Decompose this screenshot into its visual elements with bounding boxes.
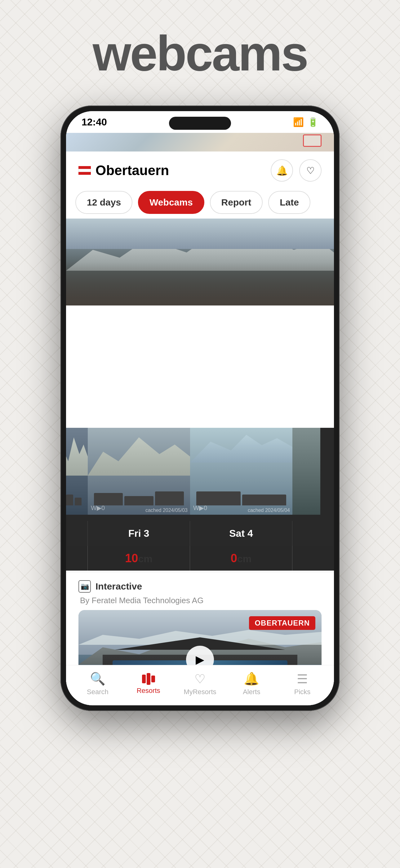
nav-search-label: Search (87, 688, 108, 696)
page-title: webcams (0, 25, 400, 82)
snow-cell-1: 10cm (88, 546, 190, 570)
section-title-1: Interactive (96, 581, 142, 592)
nav-search[interactable]: 🔍 Search (82, 672, 113, 696)
nav-resorts-label: Resorts (137, 687, 160, 695)
nav-alerts[interactable]: 🔔 Alerts (236, 672, 267, 696)
snow-value-2: 0cm (231, 552, 252, 565)
cached-label-2: cached 2024/05/04 (248, 507, 290, 513)
thumb-buildings-0 (66, 479, 81, 505)
snow-cell-2: 0cm (190, 546, 292, 570)
favorite-button[interactable]: ♡ (299, 159, 322, 182)
camera-icon: 📷 (80, 582, 89, 590)
status-time: 12:40 (81, 116, 107, 128)
notification-button[interactable]: 🔔 (271, 159, 293, 182)
header-map (66, 133, 334, 152)
obertauern-badge: OBERTAUERN (249, 616, 315, 630)
nav-alerts-label: Alerts (243, 688, 260, 696)
section-subtitle-1: By Feratel Media Technologies AG (78, 596, 322, 606)
flag-middle (78, 169, 91, 172)
date-cell-2: Sat 4 (190, 521, 292, 546)
tab-report[interactable]: Report (210, 191, 263, 214)
webcam-date-row: Fri 3 Sat 4 3 (66, 521, 334, 546)
wifi-icon: 📶 (293, 117, 304, 127)
mountain-gradient (66, 262, 334, 306)
tab-webcams[interactable]: Webcams (138, 191, 204, 214)
date-cell-0 (66, 521, 88, 546)
webcam-thumbnails-row: W▶0 cached 2024/05/03 W▶0 cached 2024/05… (66, 428, 334, 521)
interactive-section-1: 📷 Interactive By Feratel Media Technolog… (66, 572, 334, 610)
thumb-buildings-1 (94, 479, 184, 505)
tab-bar: 12 days Webcams Report Late (66, 188, 334, 219)
webcam-scroll-panel[interactable]: W▶0 cached 2024/05/03 W▶0 cached 2024/05… (66, 428, 334, 570)
nav-myresorts-label: MyResorts (184, 688, 216, 696)
thumb-building (124, 496, 153, 505)
myresorts-nav-icon: ♡ (194, 672, 206, 686)
cached-label-1: cached 2024/05/03 (145, 507, 188, 513)
thumb-building (196, 491, 241, 505)
phone-screen: 12:40 📶 🔋 Obertauern 🔔 ♡ (66, 111, 334, 705)
webcam-snow-row: 10cm 0cm (66, 546, 334, 570)
thumb-mountain-0 (66, 428, 88, 475)
nav-picks-label: Picks (294, 688, 311, 696)
resort-name: Obertauern (96, 163, 169, 178)
date-cell-3: 3 (292, 521, 334, 546)
thumb-building (66, 495, 73, 505)
phone-mockup: 12:40 📶 🔋 Obertauern 🔔 ♡ (61, 105, 339, 711)
webcam-thumb-partial[interactable] (66, 428, 88, 515)
thumb-watermark-1: W▶0 (91, 504, 105, 512)
snow-value-1: 10cm (125, 552, 153, 565)
thumb-mountain-1 (88, 428, 190, 475)
nav-myresorts[interactable]: ♡ MyResorts (184, 672, 216, 696)
search-nav-icon: 🔍 (90, 672, 105, 686)
resorts-nav-icon (142, 673, 155, 685)
thumb-building (94, 493, 123, 505)
picks-nav-icon: ☰ (297, 672, 308, 686)
interactive-icon-1: 📷 (78, 580, 91, 593)
snow-cell-0 (66, 546, 88, 570)
nav-picks[interactable]: ☰ Picks (287, 672, 318, 696)
thumb-building (75, 498, 82, 505)
tab-latest[interactable]: Late (268, 191, 310, 214)
status-icons: 📶 🔋 (293, 117, 319, 127)
flag-top (78, 166, 91, 169)
resorts-bar-2 (147, 673, 151, 685)
main-webcam-image (66, 219, 334, 306)
bottom-nav: 🔍 Search Resorts ♡ MyResorts 🔔 Alerts (66, 665, 334, 705)
status-bar: 12:40 📶 🔋 (66, 111, 334, 133)
date-cell-1: Fri 3 (88, 521, 190, 546)
flag-bottom (78, 172, 91, 175)
webcam-thumb-2[interactable]: W▶0 cached 2024/05/04 (190, 428, 292, 515)
alerts-nav-icon: 🔔 (244, 672, 259, 686)
thumb-buildings-2 (196, 479, 286, 505)
snow-cell-3 (292, 546, 334, 570)
header-action-buttons: 🔔 ♡ (271, 159, 322, 182)
thumb-building (242, 495, 287, 505)
resort-name-container: Obertauern (78, 163, 169, 178)
section-header-1: 📷 Interactive (78, 580, 322, 593)
date-fri3: Fri 3 (128, 528, 149, 539)
webcam-thumb-3[interactable] (292, 428, 320, 515)
tab-12days[interactable]: 12 days (75, 191, 132, 214)
resorts-bar-1 (142, 675, 146, 683)
resort-header: Obertauern 🔔 ♡ (66, 152, 334, 188)
battery-icon: 🔋 (308, 117, 319, 127)
thumb-watermark-2: W▶0 (193, 504, 207, 512)
thumb-building (155, 491, 184, 505)
resorts-bar-3 (151, 676, 155, 682)
dynamic-island (169, 117, 231, 130)
date-sat4: Sat 4 (229, 528, 253, 539)
nav-resorts[interactable]: Resorts (133, 673, 164, 695)
webcam-thumb-1[interactable]: W▶0 cached 2024/05/03 (88, 428, 190, 515)
austria-flag (78, 166, 91, 175)
